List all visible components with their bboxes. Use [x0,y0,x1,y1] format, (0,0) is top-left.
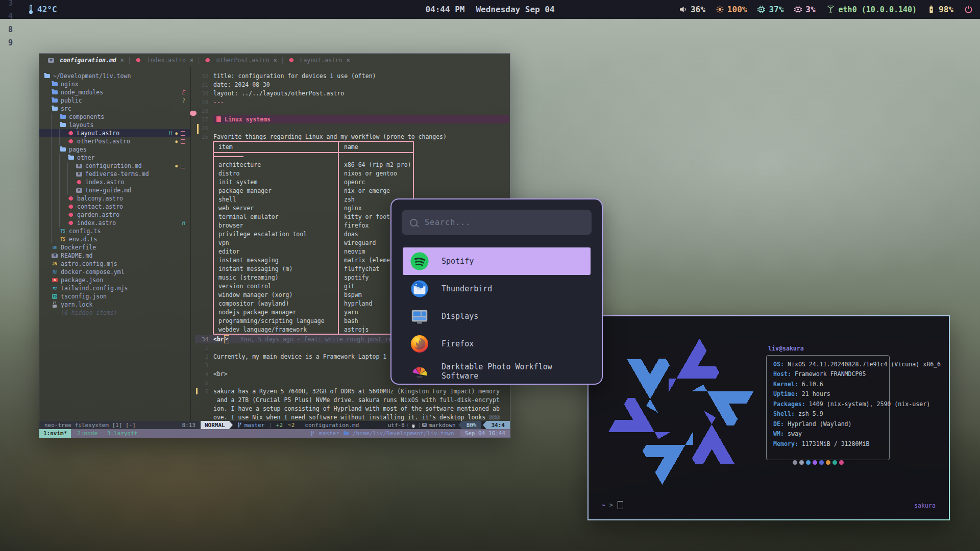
tmux-statusbar: 1:nvim* 2:node- 3:lazygit master /home/l… [39,429,510,438]
tree-item-label: env.d.ts [69,236,97,243]
tab-otherPost.astro[interactable]: otherPost.astro× [199,54,282,67]
tree-item-label: components [69,113,104,120]
close-icon[interactable]: × [190,57,193,64]
line-number: 6 [195,388,208,394]
tree-item-label: astro.config.mjs [61,260,117,267]
book-icon [216,116,221,122]
git-branch-segment: master ⟩ +2 ~2 [237,422,295,429]
folder-open-icon [43,73,51,80]
tmux-window-2[interactable]: 2:node- [71,429,101,438]
tree-item[interactable]: node_modulesE [39,88,190,96]
tree-item[interactable]: contact.astro [39,203,190,211]
tab-index.astro[interactable]: index.astro× [130,54,199,67]
tree-item[interactable]: README.md [39,252,190,260]
search-input[interactable] [424,217,583,228]
none [51,310,58,316]
tree-item[interactable]: components [39,113,190,121]
tree-item[interactable]: index.astroH [39,219,190,227]
tab-Layout.astro[interactable]: Layout.astro× [283,54,355,67]
table-row: instant messaging (m)fluffychat [214,264,413,273]
volume-module[interactable]: 36% [679,5,705,14]
mod-marker: ● [175,164,178,168]
line-number: 29 [195,99,208,105]
app-label: Firefox [442,339,474,348]
tree-item[interactable]: docker-compose.yml [39,268,190,276]
tree-item[interactable]: ~/Development/liv.town [39,72,190,80]
network-module[interactable]: eth0 (10.0.0.140) [826,5,917,14]
tree-item[interactable]: yarn.lock [39,300,190,309]
workspace-button-4[interactable]: 4 [4,10,17,23]
section-heading: Linux systems [225,116,271,123]
fetch-info-line: DE: Hyprland (Wayland) [773,419,941,429]
tree-item[interactable]: config.ts [39,227,190,235]
volume-value: 36% [691,5,705,14]
network-value: eth0 (10.0.0.140) [839,5,917,14]
tree-item[interactable]: balcony.astro [39,194,190,203]
palette-dot [819,460,824,465]
fetch-info-line: Shell: zsh 5.9 [773,409,941,419]
tree-item[interactable]: garden.astro [39,211,190,219]
table-cell-name: x86_64 (rip m2 pro) [339,161,413,168]
table-row: version controlgit [214,282,413,290]
br-tag: <br [213,336,224,343]
fetch-info-line: Memory: 11731MiB / 31280MiB [773,439,941,449]
tmux-window-1[interactable]: 1:nvim* [39,429,71,438]
tree-item[interactable]: tailwind.config.mjs [39,284,190,292]
table-cell-item: nodejs package manager [214,308,339,316]
tree-item[interactable]: pages [39,145,190,154]
tree-item-label: Layout.astro [77,130,119,137]
tree-item[interactable]: index.astro [39,178,190,186]
shell-prompt[interactable]: ~ > [602,501,623,509]
tree-item-label: tone-guide.md [85,187,131,194]
tree-item[interactable]: fediverse-terms.md [39,170,190,178]
line-number: 3 [195,362,208,368]
tree-item[interactable]: (6 hidden items) [39,309,190,317]
app-row-displays[interactable]: Displays [403,303,591,330]
tree-item[interactable]: package.json [39,276,190,284]
tree-item[interactable]: public? [39,96,190,105]
tree-item[interactable]: otherPost.astro● [39,137,190,145]
brightness-module[interactable]: 100% [716,5,747,14]
astro-icon [288,57,295,64]
app-label: Spotify [442,257,474,266]
tree-item[interactable]: tone-guide.md [39,186,190,194]
close-icon[interactable]: × [120,57,124,64]
app-row-spotify[interactable]: Spotify [403,247,591,275]
app-label: Darktable Photo Workflow Software [442,362,591,381]
workspace-button-8[interactable]: 8 [4,23,17,36]
tree-item-label: fediverse-terms.md [85,170,149,178]
app-row-firefox[interactable]: Firefox [403,330,591,358]
tree-item[interactable]: tsconfig.json [39,292,190,300]
git-added-count: +2 [276,422,283,429]
close-icon[interactable]: × [347,57,350,64]
launcher-search[interactable] [402,210,592,235]
power-button[interactable] [964,5,973,14]
app-row-darktable[interactable]: Darktable Photo Workflow Software [403,358,591,385]
line-number: 30 [195,90,208,96]
tree-item[interactable]: layouts [39,121,190,129]
markdown-icon [76,163,83,169]
tree-item[interactable]: Dockerfile [39,243,190,252]
tmux-window-3[interactable]: 3:lazygit [101,429,138,438]
close-icon[interactable]: × [274,57,277,64]
tree-item[interactable]: astro.config.mjs [39,260,190,268]
tree-item[interactable]: Layout.astroH● [39,129,190,137]
tree-item-label: public [61,97,82,104]
tree-item[interactable]: nginx [39,80,190,88]
tree-item[interactable]: other [39,154,190,162]
battery-module[interactable]: 98% [927,5,953,14]
terminal-window[interactable]: liv@sakura OS: NixOS 24.11.20240828.71e9… [587,315,950,520]
table-separator [214,153,413,160]
workspace-button-9[interactable]: 9 [4,36,17,49]
workspace-button-3[interactable]: 3 [4,0,17,10]
table-row: init systemopenrc [214,178,413,186]
editor-line-text: Currently, my main device is a Framework… [213,353,386,360]
tree-item[interactable]: env.d.ts [39,235,190,243]
tree-item-label: balcony.astro [77,195,123,202]
scrollbar-thumb[interactable] [197,124,199,134]
tab-configuration.md[interactable]: configuration.md× [42,54,129,67]
tree-item[interactable]: configuration.md● [39,162,190,170]
tree-item[interactable]: src [39,105,190,113]
app-row-thunderbird[interactable]: Thunderbird [403,275,591,303]
palette-dot [839,460,844,465]
